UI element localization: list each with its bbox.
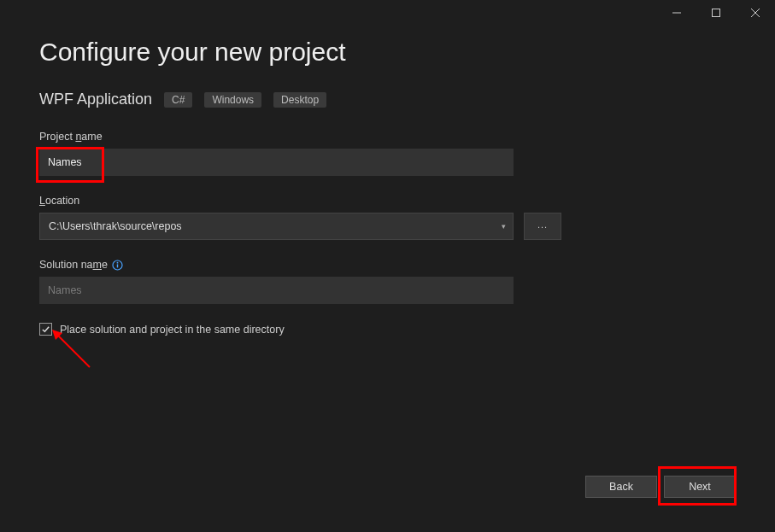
svg-line-7 (57, 335, 90, 367)
minimize-button[interactable] (657, 0, 696, 26)
solution-name-label: Solution name (39, 259, 736, 271)
next-button[interactable]: Next (664, 476, 736, 498)
info-icon[interactable] (112, 260, 123, 271)
close-button[interactable] (736, 0, 775, 26)
maximize-button[interactable] (696, 0, 736, 26)
tag-windows: Windows (204, 92, 261, 108)
chevron-down-icon: ▾ (502, 222, 506, 231)
project-name-group: Project name (39, 131, 736, 176)
location-value: C:\Users\thrak\source\repos (49, 220, 502, 232)
svg-point-5 (117, 262, 119, 264)
back-button[interactable]: Back (585, 476, 657, 498)
same-directory-checkbox[interactable] (39, 323, 52, 336)
browse-button[interactable]: ... (524, 213, 561, 240)
project-name-label: Project name (39, 131, 736, 143)
location-combo[interactable]: C:\Users\thrak\source\repos ▾ (39, 213, 514, 240)
project-name-input[interactable] (39, 149, 514, 176)
content-area: Configure your new project WPF Applicati… (0, 26, 775, 336)
same-directory-label: Place solution and project in the same d… (60, 324, 285, 336)
same-directory-row: Place solution and project in the same d… (39, 323, 736, 336)
button-row: Back Next (585, 476, 736, 498)
location-group: Location C:\Users\thrak\source\repos ▾ .… (39, 195, 736, 240)
location-label: Location (39, 195, 736, 207)
svg-rect-1 (713, 9, 720, 17)
solution-name-input[interactable] (39, 277, 514, 304)
template-name: WPF Application (39, 91, 152, 108)
solution-name-group: Solution name (39, 259, 736, 304)
tag-csharp: C# (164, 92, 192, 108)
svg-rect-6 (117, 265, 118, 268)
template-row: WPF Application C# Windows Desktop (39, 91, 736, 108)
page-title: Configure your new project (39, 38, 736, 67)
tag-desktop: Desktop (273, 92, 326, 108)
titlebar (0, 0, 775, 26)
